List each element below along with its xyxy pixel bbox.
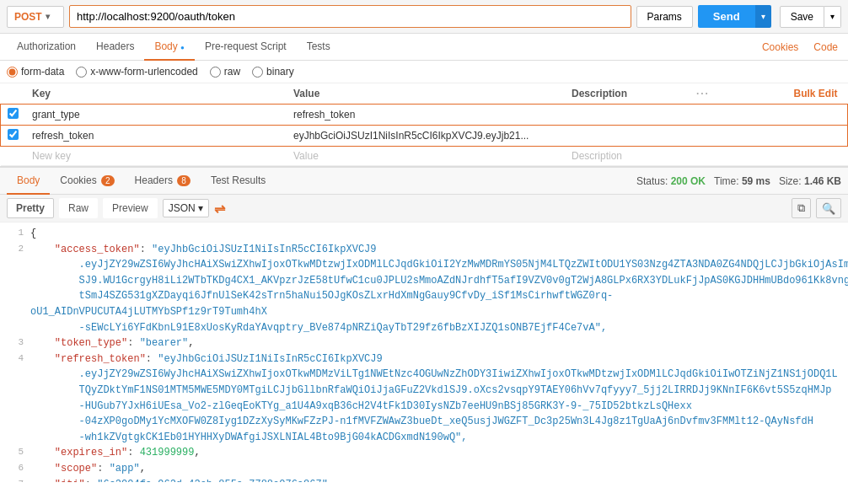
- copy-button[interactable]: ⧉: [792, 198, 811, 218]
- save-btn-group: Save ▾: [780, 6, 841, 28]
- send-chevron[interactable]: ▾: [755, 5, 771, 28]
- bulk-edit-button[interactable]: Bulk Edit: [738, 83, 848, 105]
- json-line-7: 7 "jti": "6c3004fa-962d-43eb-855a-7788e0…: [7, 477, 841, 483]
- right-links: Cookies Code: [759, 35, 841, 60]
- radio-formdata[interactable]: form-data: [7, 66, 64, 78]
- radio-binary[interactable]: binary: [252, 66, 294, 78]
- size-value: 1.46 KB: [804, 175, 841, 187]
- tab-authorization[interactable]: Authorization: [7, 34, 86, 61]
- tab-tests[interactable]: Tests: [297, 34, 341, 61]
- row1-checkbox[interactable]: [8, 108, 19, 119]
- search-button[interactable]: 🔍: [816, 198, 841, 218]
- strudel-icon: ⇌: [214, 201, 225, 217]
- new-value-input[interactable]: Value: [287, 147, 565, 166]
- json-line-4e: -04zXP0goDMy1YcMXOFW0Z8Iyg1DZzXySyMKwFZz…: [7, 414, 841, 430]
- params-button[interactable]: Params: [636, 6, 693, 28]
- cookies-link[interactable]: Cookies: [759, 35, 802, 60]
- method-selector[interactable]: POST ▾: [7, 6, 64, 28]
- th-key: Key: [25, 83, 287, 105]
- copy-icons: ⧉ 🔍: [792, 198, 841, 218]
- form-params-table: Key Value Description ··· Bulk Edit gran…: [0, 83, 848, 166]
- status-value: 200 OK: [671, 175, 706, 187]
- table-row: refresh_token eyJhbGciOiJSUzI1NiIsInR5cC…: [1, 126, 848, 147]
- json-line-1: 1 {: [7, 226, 841, 242]
- json-line-2: 2 "access_token": "eyJhbGciOiJSUzI1NiIsI…: [7, 242, 841, 258]
- json-line-6: 6 "scope": "app",: [7, 461, 841, 477]
- code-header: Pretty Raw Preview JSON ▾ ⇌ ⧉ 🔍: [0, 195, 848, 223]
- code-tab-preview[interactable]: Preview: [103, 198, 158, 218]
- time-label: Time: 59 ms: [714, 175, 770, 187]
- code-tab-raw[interactable]: Raw: [59, 198, 98, 218]
- resp-tab-cookies[interactable]: Cookies 2: [50, 168, 124, 195]
- method-chevron: ▾: [46, 12, 50, 21]
- th-value: Value: [287, 83, 565, 105]
- new-key-input[interactable]: New key: [25, 147, 287, 166]
- format-select[interactable]: JSON ▾: [163, 199, 209, 217]
- format-label: JSON: [169, 202, 196, 214]
- json-line-4c: TQyZDktYmF1NS01MTM5MWE5MDY0MTgiLCJjbGllb…: [7, 383, 841, 399]
- json-line-2b: .eyJjZY29wZSI6WyJhcHAiXSwiZXhwIjoxOTkwMD…: [7, 257, 841, 273]
- code-link[interactable]: Code: [810, 35, 841, 60]
- time-value: 59 ms: [742, 175, 770, 187]
- tab-prerequest[interactable]: Pre-request Script: [195, 34, 297, 61]
- th-dots: ···: [690, 83, 738, 105]
- th-description: Description: [565, 83, 690, 105]
- json-line-5: 5 "expires_in": 431999999,: [7, 445, 841, 461]
- size-label: Size: 1.46 KB: [779, 175, 841, 187]
- method-label: POST: [14, 11, 42, 23]
- row2-key-cell[interactable]: refresh_token: [25, 126, 287, 147]
- tab-headers[interactable]: Headers: [86, 34, 144, 61]
- top-bar: POST ▾ Params Send ▾ Save ▾: [0, 0, 848, 34]
- row1-desc-cell[interactable]: [565, 105, 848, 126]
- json-line-2c: SJ9.WU1GcrgyH8iLi2WTbTKDg4CX1_AKVpzrJzE5…: [7, 273, 841, 289]
- send-btn-group: Send ▾: [698, 5, 771, 28]
- save-chevron[interactable]: ▾: [824, 6, 841, 28]
- resp-tab-body[interactable]: Body: [7, 168, 50, 195]
- resp-tab-headers[interactable]: Headers 8: [125, 168, 201, 195]
- json-output: 1 { 2 "access_token": "eyJhbGciOiJSUzI1N…: [0, 223, 848, 482]
- json-line-4b: .eyJjZY29wZSI6WyJhcHAiXSwiZXhwIjoxOTkwMD…: [7, 367, 841, 383]
- new-desc-input[interactable]: Description: [565, 147, 848, 166]
- body-type-row: form-data x-www-form-urlencoded raw bina…: [0, 61, 848, 83]
- row2-checkbox-cell: [1, 126, 26, 147]
- code-tab-pretty[interactable]: Pretty: [7, 198, 54, 218]
- newrow-checkbox-cell: [1, 147, 26, 166]
- form-params-table-wrapper: Key Value Description ··· Bulk Edit gran…: [0, 83, 848, 166]
- radio-raw[interactable]: raw: [210, 66, 240, 78]
- row2-checkbox[interactable]: [8, 129, 19, 140]
- row2-desc-cell[interactable]: [565, 126, 848, 147]
- status-label: Status: 200 OK: [636, 175, 706, 187]
- cookies-badge: 2: [101, 175, 115, 186]
- save-button[interactable]: Save: [780, 6, 824, 28]
- row1-checkbox-cell: [1, 105, 26, 126]
- radio-urlencoded[interactable]: x-www-form-urlencoded: [76, 66, 197, 78]
- send-button[interactable]: Send: [698, 5, 755, 28]
- json-line-4f: -wh1kZVgtgkCK1Eb01HYHHXyDWAfgiJSXLNIAL4B…: [7, 430, 841, 446]
- json-line-4: 4 "refresh_token": "eyJhbGciOiJSUzI1NiIs…: [7, 351, 841, 367]
- status-info: Status: 200 OK Time: 59 ms Size: 1.46 KB: [636, 175, 841, 187]
- headers-badge: 8: [177, 175, 191, 186]
- row2-value-cell[interactable]: eyJhbGciOiJSUzI1NiIsInR5cCI6IkpXVCJ9.eyJ…: [287, 126, 565, 147]
- tab-body[interactable]: Body ●: [144, 34, 195, 61]
- response-bar: Body Cookies 2 Headers 8 Test Results St…: [0, 166, 848, 195]
- json-line-2d: tSmJ4SZG531gXZDayqi6JfnUlSeK42sTrn5haNui…: [7, 288, 841, 319]
- row1-value-cell[interactable]: refresh_token: [287, 105, 565, 126]
- resp-tab-testresults[interactable]: Test Results: [201, 168, 276, 195]
- new-key-row: New key Value Description: [1, 147, 848, 166]
- json-line-4d: -HUGub7YJxH6iUEsa_Vo2-zlGeqEoKTYg_a1U4A9…: [7, 399, 841, 415]
- url-input[interactable]: [69, 5, 631, 28]
- table-row: grant_type refresh_token: [1, 105, 848, 126]
- row1-key-cell[interactable]: grant_type: [25, 105, 287, 126]
- json-line-2e: -sEWcLYi6YFdKbnL91E8xUosKyRdaYAvqptry_BV…: [7, 320, 841, 336]
- json-line-3: 3 "token_type": "bearer",: [7, 335, 841, 351]
- request-tabs: Authorization Headers Body ● Pre-request…: [0, 34, 848, 61]
- th-checkbox: [1, 83, 26, 105]
- format-chevron: ▾: [198, 202, 203, 214]
